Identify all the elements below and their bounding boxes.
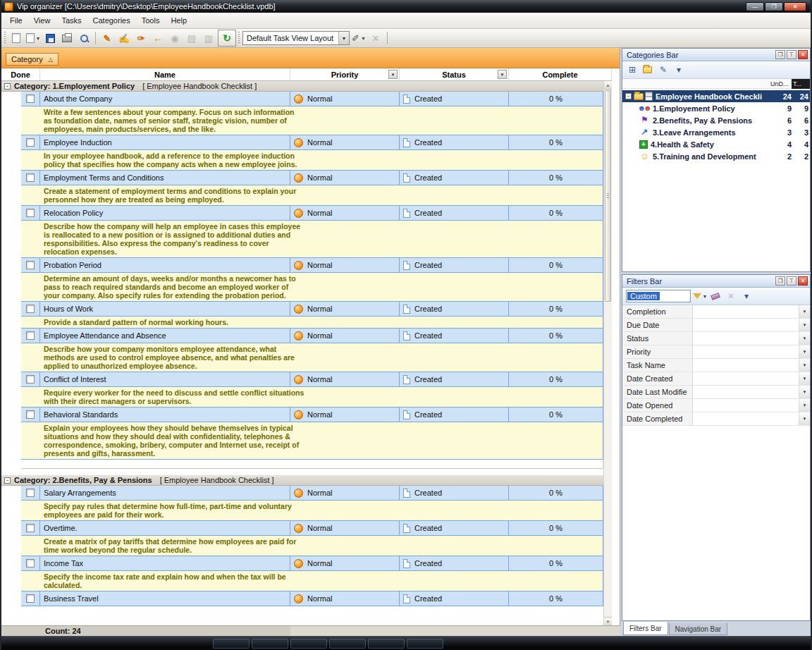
filter-value-dropdown[interactable]: ▼ [799, 359, 810, 372]
tree-item[interactable]: -Employee Handbook Checkli2424 [622, 90, 810, 102]
column-priority[interactable]: Priority ▼ [290, 68, 400, 80]
filter-value-dropdown[interactable]: ▼ [799, 345, 810, 358]
task-checkbox[interactable] [26, 489, 35, 497]
task-checkbox[interactable] [26, 94, 35, 103]
task-description-row[interactable]: Explain your employees how they should b… [21, 422, 603, 460]
tab-filters-bar[interactable]: Filters Bar [623, 622, 668, 635]
task-description-row[interactable]: Describe how the company will help an em… [21, 221, 603, 258]
vertical-scrollbar[interactable]: ▲ ▼ [603, 81, 612, 625]
tab-navigation-bar[interactable]: Navigation Bar [669, 623, 728, 635]
task-checkbox[interactable] [26, 331, 35, 340]
categories-close-icon[interactable]: ✕ [798, 50, 808, 59]
filter-value-dropdown[interactable]: ▼ [799, 372, 810, 385]
menu-tasks[interactable]: Tasks [56, 13, 87, 27]
minimize-button[interactable]: — [746, 2, 764, 11]
task-checkbox[interactable] [26, 138, 35, 147]
save-icon[interactable] [42, 30, 58, 46]
customize-view-icon[interactable]: ✐▼ [351, 30, 367, 46]
filter-field-value[interactable] [693, 372, 799, 385]
undone-column-header[interactable]: UnD... [770, 80, 792, 87]
task-row[interactable]: Overtime.NormalCreated0 % [21, 521, 603, 536]
task-description-row[interactable]: Create a matrix of pay tariffs that dete… [21, 536, 603, 556]
task-checkbox[interactable] [26, 209, 35, 217]
scrollbar-thumb[interactable] [605, 90, 611, 302]
total-column-header[interactable]: T... [792, 79, 810, 89]
task-row[interactable]: Business TravelNormalCreated0 % [21, 591, 603, 606]
scroll-up-icon[interactable]: ▲ [604, 81, 612, 90]
collapse-tree-icon[interactable]: - [625, 93, 632, 99]
layout-combobox-arrow[interactable]: ▼ [338, 32, 349, 44]
new-document-icon[interactable] [8, 30, 24, 46]
tree-item[interactable]: 1.Employement Policy99 [622, 102, 810, 114]
filter-more-dropdown[interactable]: ▾ [740, 290, 753, 302]
filter-value-dropdown[interactable]: ▼ [799, 412, 810, 425]
task-checkbox[interactable] [26, 375, 35, 384]
toolbar-grip-2[interactable] [238, 32, 241, 44]
print-preview-icon[interactable] [76, 30, 92, 46]
filter-value-dropdown[interactable]: ▼ [799, 319, 810, 331]
menu-view[interactable]: View [28, 13, 56, 27]
filter-field-value[interactable] [693, 359, 799, 372]
scroll-down-icon[interactable]: ▼ [604, 617, 612, 625]
apply-filter-icon[interactable]: ▼ [694, 290, 706, 302]
notes-icon[interactable]: ✑ [133, 30, 149, 46]
collapse-group-icon[interactable]: - [4, 83, 11, 90]
filter-field-value[interactable] [693, 399, 799, 412]
task-row[interactable]: Salary ArrangementsNormalCreated0 % [21, 486, 603, 501]
edit-category-icon[interactable]: ✎ [657, 63, 670, 76]
filters-pin-icon[interactable]: ⊤ [787, 276, 796, 286]
filter-value-dropdown[interactable]: ▼ [799, 332, 810, 345]
layout-combobox[interactable]: Default Task View Layout ▼ [242, 31, 350, 45]
priority-filter-dropdown[interactable]: ▼ [388, 70, 398, 79]
filter-preset-combobox[interactable]: Custom [626, 290, 691, 302]
toolbar-grip[interactable] [4, 32, 7, 44]
task-row[interactable]: Relocation PolicyNormalCreated0 % [21, 206, 603, 221]
task-row[interactable]: About the CompanyNormalCreated0 % [21, 92, 603, 106]
delete-view-icon[interactable]: ✕ [368, 30, 383, 46]
task-checkbox[interactable] [26, 524, 35, 532]
filter-field-value[interactable] [693, 345, 799, 358]
task-row[interactable]: Employment Terms and ConditionsNormalCre… [21, 171, 603, 185]
task-row[interactable]: Employee InductionNormalCreated0 % [21, 135, 603, 150]
maximize-button[interactable]: ❐ [765, 2, 783, 11]
task-row[interactable]: Behavioral StandardsNormalCreated0 % [21, 407, 603, 422]
task-checkbox[interactable] [26, 173, 35, 182]
tree-item[interactable]: 3.Leave Arrangements33 [622, 126, 810, 138]
task-description-row[interactable]: Provide a standard pattern of normal wor… [21, 317, 603, 329]
refresh-run-icon[interactable]: ↻ [218, 30, 236, 47]
column-done[interactable]: Done [1, 68, 40, 80]
complete-task-icon[interactable]: ◉ [167, 30, 183, 46]
menu-categories[interactable]: Categories [87, 13, 136, 27]
category-more-dropdown[interactable]: ▾ [672, 63, 685, 76]
open-view-icon[interactable]: ▼ [25, 30, 41, 46]
task-description-row[interactable]: Write a few sentences about your company… [21, 106, 603, 135]
group-by-category-chip[interactable]: Category △ [6, 53, 59, 66]
filter-field-value[interactable] [693, 305, 799, 318]
delete-filter-icon[interactable]: ✕ [725, 290, 737, 302]
task-description-row[interactable]: Determine an amount of days, weeks and/o… [21, 273, 603, 302]
tree-item[interactable]: 5.Training and Development22 [622, 150, 810, 162]
move-down-icon[interactable]: ▥ [201, 30, 216, 46]
filters-close-icon[interactable]: ✕ [798, 276, 808, 286]
column-status[interactable]: Status ▼ [400, 68, 509, 80]
filters-restore-icon[interactable]: ❐ [775, 276, 785, 286]
menu-tools[interactable]: Tools [136, 13, 166, 27]
column-name[interactable]: Name [40, 68, 290, 80]
task-checkbox[interactable] [26, 594, 35, 603]
back-arrow-icon[interactable]: ← [150, 30, 166, 46]
menu-file[interactable]: File [4, 13, 28, 27]
edit-task-icon[interactable]: ✍ [116, 30, 132, 46]
add-category-icon[interactable] [641, 63, 654, 76]
task-description-row[interactable]: Specify the income tax rate and explain … [21, 571, 603, 591]
menu-help[interactable]: Help [165, 13, 192, 27]
task-row[interactable]: Income TaxNormalCreated0 % [21, 556, 603, 571]
task-row[interactable]: Employee Attendance and AbsenceNormalCre… [21, 329, 603, 343]
filter-field-value[interactable] [693, 319, 799, 331]
clear-filter-icon[interactable] [709, 290, 722, 302]
task-checkbox[interactable] [26, 305, 35, 313]
task-description-row[interactable]: In your employee handbook, add a referen… [21, 150, 603, 171]
print-icon[interactable] [59, 30, 75, 46]
filter-value-dropdown[interactable]: ▼ [799, 386, 810, 398]
filter-field-value[interactable] [693, 412, 799, 425]
task-description-row[interactable]: Create a statement of employment terms a… [21, 185, 603, 206]
